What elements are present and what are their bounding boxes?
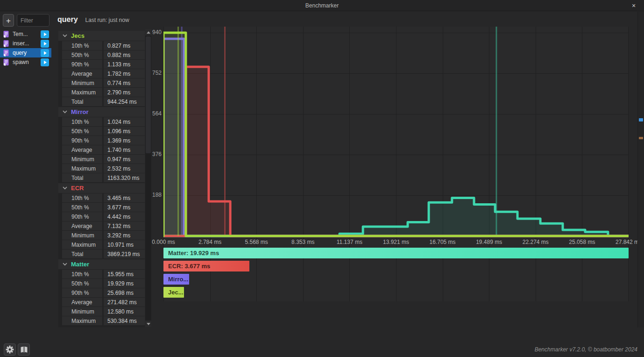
stat-label: Average [62,221,102,230]
x-tick-label: 22.274 ms [523,239,549,245]
script-icon [2,58,10,66]
stat-row: Average 1.740 ms [58,145,145,154]
stats-section-name: Mirror [71,108,89,115]
play-icon [42,41,48,46]
stat-value: 1.024 ms [104,117,145,126]
sidebar-item-Tem[interactable]: Tem... [0,29,51,39]
chevron-down-icon [63,186,67,190]
stat-value: 271.482 ms [104,298,145,307]
play-icon [42,50,48,56]
page-title: query [57,15,78,24]
legend-label: ECR: 3.677 ms [168,263,210,270]
sidebar-item-label: spawn [13,59,41,65]
x-tick-label: 16.705 ms [430,239,456,245]
run-benchmark-button[interactable] [41,58,49,66]
stat-row: Minimum 12.580 ms [58,307,145,316]
stat-label: Maximum [62,164,102,173]
stat-row: Maximum 2.532 ms [58,164,145,173]
stat-row: Minimum 3.292 ms [58,231,145,240]
run-benchmark-button[interactable] [41,30,49,38]
stats-section-header[interactable]: ECR [58,183,145,193]
stat-value: 7.132 ms [104,221,145,230]
stat-row: Minimum 0.774 ms [58,79,145,87]
stat-value: 2.790 ms [104,88,145,97]
settings-button[interactable] [4,343,16,356]
stats-section-header[interactable]: Mirror [58,107,145,117]
filter-input[interactable] [17,14,50,27]
close-icon[interactable]: × [623,0,644,11]
legend-bar-jecs[interactable]: Jec... [163,287,184,298]
y-tick-label: 752 [145,70,162,76]
triangle-down-icon [147,323,150,325]
stat-value: 3.465 ms [104,193,145,202]
page-header: query Last run: just now [57,15,129,24]
stat-value: 1.740 ms [104,145,145,154]
stat-row: Maximum 2.790 ms [58,88,145,97]
stat-label: 90th % [62,136,102,145]
play-icon [42,32,48,37]
stat-value: 15.955 ms [104,270,145,278]
scroll-marker [639,118,643,121]
stat-value: 10.971 ms [104,240,145,249]
stat-value: 3869.219 ms [104,250,145,258]
stat-row: Maximum 530.384 ms [58,316,145,325]
stat-row: 50th % 3.677 ms [58,203,145,212]
window-title: Benchmarker [305,2,339,9]
stat-label: Minimum [62,231,102,240]
stats-section-header[interactable]: Matter [58,259,145,269]
stat-label: 10th % [62,270,102,278]
stat-label: Average [62,298,102,307]
stat-value: 19.929 ms [104,279,145,288]
add-benchmark-button[interactable]: + [3,14,14,27]
stat-label: Minimum [62,307,102,316]
stat-value: 0.947 ms [104,155,145,164]
stat-label: Maximum [62,88,102,97]
x-tick-label: 0.000 ms [152,239,175,245]
stat-label: 10th % [62,41,102,50]
run-benchmark-button[interactable] [41,49,49,57]
stat-row: 50th % 1.096 ms [58,127,145,136]
stats-section-name: ECR [71,185,84,192]
stats-section-header[interactable]: Jecs [58,31,145,41]
sidebar-item-query[interactable]: query [0,48,51,57]
y-tick-label: 188 [145,192,162,198]
stats-section-matter: Matter 10th % 15.955 ms 50th % 19.929 ms… [58,259,145,325]
stat-row: Total 944.254 ms [58,97,145,106]
sidebar-item-label: inser... [13,40,41,47]
play-icon [42,60,48,65]
stat-value: 12.580 ms [104,307,145,316]
legend-bar-mirror[interactable]: Mirro... [163,274,189,285]
run-benchmark-button[interactable] [41,40,49,48]
script-icon [2,30,10,38]
stat-row: 50th % 0.882 ms [58,50,145,59]
stat-label: 10th % [62,193,102,202]
sidebar-item-inser[interactable]: inser... [0,39,51,48]
window-scroll-strip[interactable] [637,12,644,328]
stat-row: 90th % 1.133 ms [58,60,145,69]
x-tick-label: 11.137 ms [337,239,362,245]
chevron-down-icon [63,34,67,37]
scroll-down-button[interactable] [145,321,151,327]
sidebar-item-label: query [13,50,41,56]
stat-row: Maximum 10.971 ms [58,240,145,249]
legend-bar-matter[interactable]: Matter: 19.929 ms [163,248,629,258]
stat-row: Minimum 0.947 ms [58,155,145,164]
stat-value: 1.369 ms [104,136,145,145]
stat-label: Maximum [62,240,102,249]
stat-row: 10th % 0.827 ms [58,41,145,50]
stat-label: 50th % [62,50,102,59]
scrollbar-thumb[interactable] [146,36,151,153]
legend-bar-ecr[interactable]: ECR: 3.677 ms [163,261,249,271]
sidebar-item-label: Tem... [13,31,41,37]
gear-icon [6,345,14,354]
chart-legend: Matter: 19.929 ms ECR: 3.677 ms Mirro...… [163,248,629,300]
stat-value: 0.774 ms [104,79,145,87]
stats-section-name: Jecs [71,32,85,39]
stat-label: 90th % [62,212,102,221]
sidebar-item-spawn[interactable]: spawn [0,57,51,67]
x-tick-label: 19.489 ms [476,239,502,245]
stat-value: 1.133 ms [104,60,145,69]
benchmark-list: Tem... inser... query [0,29,51,67]
docs-button[interactable] [18,343,30,356]
stat-row: Total 1163.320 ms [58,173,145,182]
